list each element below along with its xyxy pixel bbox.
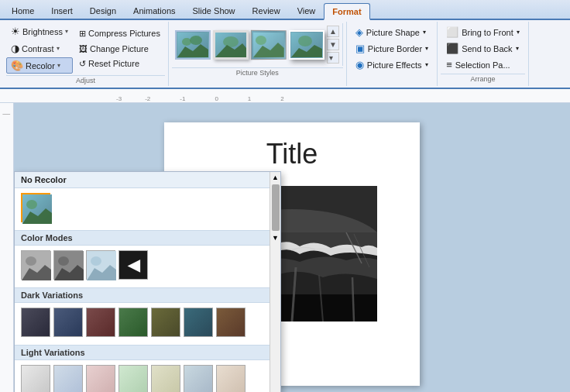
- brightness-dropdown-arrow[interactable]: ▾: [65, 28, 68, 35]
- ribbon-group-adjust: ☀ Brightness ▾ ◑ Contrast ▾ 🎨 Recolor ▾: [3, 22, 169, 86]
- picture-border-arrow[interactable]: ▾: [425, 45, 428, 52]
- picture-shape-arrow[interactable]: ▾: [423, 29, 426, 36]
- light-swatch-5[interactable]: [151, 365, 180, 392]
- ribbon-group-picture-styles: ▲ ▼ ▾ Picture Styles: [169, 22, 347, 86]
- brightness-button[interactable]: ☀ Brightness ▾: [6, 23, 73, 40]
- compress-pictures-button[interactable]: ⊞ Compress Pictures: [74, 26, 165, 41]
- light-swatch-7[interactable]: [216, 365, 246, 392]
- light-swatch-2[interactable]: [53, 365, 83, 392]
- styles-scroll-more[interactable]: ▾: [327, 52, 339, 64]
- scrollbar-thumb[interactable]: [272, 184, 280, 231]
- svg-point-26: [26, 200, 37, 209]
- no-recolor-section: [15, 188, 280, 227]
- reset-picture-button[interactable]: ↺ Reset Picture: [74, 57, 165, 71]
- ruler-marks: -3 -2 -1 0 1 2: [116, 89, 570, 102]
- color-modes-label: Color Modes: [15, 230, 280, 246]
- light-variations-label: Light Variations: [15, 345, 280, 360]
- tab-format[interactable]: Format: [324, 3, 369, 20]
- svg-point-35: [91, 256, 101, 266]
- styles-scroll-arrows: ▲ ▼ ▾: [327, 26, 339, 64]
- styles-scroll-down[interactable]: ▼: [327, 39, 339, 50]
- side-ruler: │: [0, 103, 14, 392]
- recolor-button[interactable]: 🎨 Recolor ▾: [6, 57, 73, 74]
- send-to-back-button[interactable]: ⬛ Send to Back ▾: [441, 41, 525, 56]
- change-picture-icon: 🖼: [79, 44, 88, 53]
- dark-swatch-7[interactable]: [216, 308, 246, 337]
- change-picture-button[interactable]: 🖼 Change Picture: [74, 42, 165, 56]
- light-swatch-6[interactable]: [184, 365, 213, 392]
- tab-animations[interactable]: Animations: [125, 2, 184, 19]
- light-swatch-1[interactable]: [21, 365, 50, 392]
- selection-pane-button[interactable]: ≡ Selection Pa...: [441, 57, 525, 72]
- dark-swatch-5[interactable]: [151, 308, 180, 337]
- washout-swatch[interactable]: [86, 250, 115, 280]
- light-swatch-4[interactable]: [118, 365, 148, 392]
- pic-style-2[interactable]: [213, 30, 249, 60]
- tab-design[interactable]: Design: [81, 2, 125, 19]
- pic-style-4[interactable]: [289, 30, 324, 60]
- arrange-group-title: Arrange: [441, 74, 525, 83]
- light-swatch-3[interactable]: [86, 365, 115, 392]
- main-area: │ Title: [0, 103, 570, 392]
- picture-shape-icon: ◈: [355, 26, 363, 38]
- slide-title: Title: [266, 138, 318, 170]
- bring-to-front-button[interactable]: ⬜ Bring to Front ▾: [441, 25, 525, 40]
- adjust-group-title: Adjust: [6, 75, 165, 84]
- no-recolor-swatch[interactable]: [21, 193, 50, 222]
- ribbon: ☀ Brightness ▾ ◑ Contrast ▾ 🎨 Recolor ▾: [0, 20, 570, 89]
- pic-style-1[interactable]: [175, 30, 211, 60]
- tab-insert[interactable]: Insert: [43, 2, 81, 19]
- brightness-icon: ☀: [11, 26, 20, 37]
- picture-styles-title: Picture Styles: [172, 67, 343, 77]
- tab-home[interactable]: Home: [3, 2, 43, 19]
- bring-front-arrow[interactable]: ▾: [517, 29, 520, 36]
- scrollbar-down-arrow[interactable]: ▼: [270, 232, 280, 243]
- picture-border-button[interactable]: ▣ Picture Border ▾: [350, 41, 434, 56]
- dark-swatch-4[interactable]: [118, 308, 148, 337]
- dark-swatch-3[interactable]: [86, 308, 115, 337]
- blackwhite-swatch[interactable]: ◀: [118, 250, 148, 280]
- contrast-dropdown-arrow[interactable]: ▾: [57, 45, 60, 52]
- send-back-icon: ⬛: [446, 43, 458, 54]
- svg-point-2: [190, 36, 202, 45]
- slide-area: Title: [14, 103, 570, 392]
- recolor-icon: 🎨: [11, 60, 23, 71]
- pic-style-3[interactable]: [251, 29, 287, 59]
- compress-icon: ⊞: [79, 29, 86, 39]
- light-variations-row: [15, 360, 280, 392]
- dark-swatch-2[interactable]: [53, 308, 83, 337]
- contrast-button[interactable]: ◑ Contrast ▾: [6, 40, 73, 57]
- bring-front-icon: ⬜: [446, 26, 458, 38]
- tab-review[interactable]: Review: [244, 2, 289, 19]
- tab-view[interactable]: View: [289, 2, 324, 19]
- ribbon-group-picture-tools: ◈ Picture Shape ▾ ▣ Picture Border ▾ ◉ P…: [347, 22, 438, 86]
- selection-icon: ≡: [446, 59, 452, 70]
- picture-effects-arrow[interactable]: ▾: [425, 61, 428, 68]
- picture-styles-row: ▲ ▼ ▾: [172, 23, 343, 66]
- ribbon-row: ☀ Brightness ▾ ◑ Contrast ▾ 🎨 Recolor ▾: [3, 22, 567, 86]
- svg-point-5: [223, 36, 239, 47]
- contrast-icon: ◑: [11, 43, 19, 54]
- dark-variations-row: [15, 303, 280, 342]
- color-modes-row: ◀: [15, 246, 280, 284]
- dark-swatch-6[interactable]: [184, 308, 213, 337]
- send-back-arrow[interactable]: ▾: [516, 45, 519, 52]
- sepia-swatch[interactable]: [53, 250, 83, 280]
- styles-scroll-up[interactable]: ▲: [327, 26, 339, 37]
- tab-slideshow[interactable]: Slide Show: [184, 2, 244, 19]
- scrollbar-up-arrow[interactable]: ▲: [270, 172, 280, 183]
- picture-shape-button[interactable]: ◈ Picture Shape ▾: [350, 25, 434, 40]
- grayscale-swatch[interactable]: [21, 250, 50, 280]
- picture-border-icon: ▣: [355, 43, 365, 54]
- picture-effects-icon: ◉: [355, 59, 364, 70]
- picture-effects-button[interactable]: ◉ Picture Effects ▾: [350, 57, 434, 72]
- dark-swatch-1[interactable]: [21, 308, 50, 337]
- recolor-dropdown: No Recolor Color Modes: [14, 171, 281, 392]
- ruler: -3 -2 -1 0 1 2: [0, 89, 570, 103]
- recolor-dropdown-arrow[interactable]: ▾: [57, 62, 60, 69]
- svg-point-29: [26, 256, 36, 266]
- svg-point-32: [58, 256, 69, 266]
- tab-bar: Home Insert Design Animations Slide Show…: [0, 0, 570, 20]
- svg-point-11: [298, 36, 312, 46]
- ribbon-group-arrange: ⬜ Bring to Front ▾ ⬛ Send to Back ▾ ≡ Se…: [438, 22, 529, 86]
